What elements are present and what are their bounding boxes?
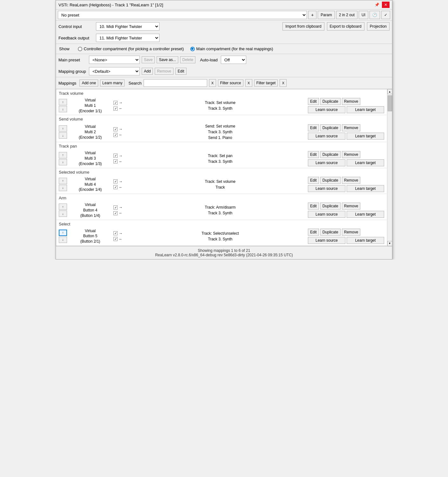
source-info-5-0: VirtualButton 5(Button 2/1) — [70, 228, 111, 244]
move-down-button-5-0[interactable]: ↓ — [59, 237, 67, 243]
duplicate-button-0-0[interactable]: Duplicate — [320, 98, 341, 105]
checkbox-1-2-0[interactable] — [113, 154, 118, 158]
remove-button-3-0[interactable]: Remove — [342, 177, 361, 184]
checkbox-2-0-0[interactable] — [113, 107, 118, 111]
filter-target-clear-button[interactable]: X — [280, 79, 287, 87]
edit-button-5-0[interactable]: Edit — [308, 229, 319, 236]
remove-button-1-0[interactable]: Remove — [342, 124, 361, 131]
move-down-button-2-0[interactable]: ↓ — [59, 159, 67, 165]
checkbox-2-2-0[interactable] — [113, 159, 118, 163]
main-preset-dropdown[interactable]: <None> — [89, 56, 140, 64]
learn-source-button-2-0[interactable]: Learn source — [308, 159, 345, 166]
pin-icon[interactable]: 📌 — [373, 2, 381, 8]
remove-button-5-0[interactable]: Remove — [342, 229, 361, 236]
filter-source-clear-button[interactable]: X — [245, 79, 252, 87]
action-bottom-row-1-0: Learn sourceLearn target — [308, 133, 384, 140]
remove-button-4-0[interactable]: Remove — [342, 203, 361, 210]
filter-source-button[interactable]: Filter source — [218, 80, 243, 86]
move-up-button-3-0[interactable]: ↑ — [59, 178, 67, 184]
mappings-label: Mappings — [58, 81, 76, 86]
learn-target-button-2-0[interactable]: Learn target — [347, 159, 384, 166]
edit-button-1-0[interactable]: Edit — [308, 124, 319, 131]
move-up-button-5-0[interactable]: ↑ — [59, 230, 67, 236]
learn-many-button[interactable]: Learn many — [100, 80, 125, 86]
learn-target-button-5-0[interactable]: Learn target — [347, 237, 384, 244]
group-add-button[interactable]: Add — [142, 68, 153, 75]
edit-button-0-0[interactable]: Edit — [308, 98, 319, 105]
learn-target-button-4-0[interactable]: Learn target — [347, 211, 384, 218]
move-down-button-0-0[interactable]: ↓ — [59, 106, 67, 112]
checkbox-2-3-0[interactable] — [113, 185, 118, 189]
check-row-2-4-0: ← — [113, 211, 132, 215]
check-row-1-5-0: → — [113, 231, 132, 236]
scroll-up-button[interactable]: ▲ — [387, 89, 392, 94]
mapping-row-1-0: ↑↓VirtualMulti 2(Encoder 1/2)→←Send: Set… — [56, 122, 387, 142]
checkbox-1-5-0[interactable] — [113, 231, 118, 235]
group-edit-button[interactable]: Edit — [175, 68, 187, 75]
mapping-group-dropdown[interactable]: <Default> — [89, 67, 140, 75]
autoload-dropdown[interactable]: Off — [221, 56, 246, 64]
delete-button[interactable]: Delete — [180, 56, 196, 63]
move-up-button-0-0[interactable]: ↑ — [59, 99, 67, 105]
mapping-row-3-0: ↑↓VirtualMulti 4(Encoder 1/4)→←Track: Se… — [56, 175, 387, 194]
remove-button-2-0[interactable]: Remove — [342, 151, 361, 158]
move-down-button-3-0[interactable]: ↓ — [59, 185, 67, 191]
feedback-output-dropdown[interactable]: 11. Midi Fighter Twister — [96, 34, 160, 42]
learn-target-button-0-0[interactable]: Learn target — [347, 106, 384, 113]
export-clipboard-button[interactable]: Export to clipboard — [327, 22, 364, 31]
group-remove-button[interactable]: Remove — [155, 68, 173, 75]
checkbox-2-1-0[interactable] — [113, 133, 118, 137]
title-bar: VSTi: ReaLearn (Helgoboss) - Track 1 "Re… — [56, 0, 392, 10]
control-input-dropdown[interactable]: 10. Midi Fighter Twister — [96, 22, 160, 31]
checkbox-2-5-0[interactable] — [113, 237, 118, 241]
move-down-button-1-0[interactable]: ↓ — [59, 132, 67, 139]
edit-button-4-0[interactable]: Edit — [308, 203, 319, 210]
search-input[interactable] — [144, 79, 207, 87]
preset-dropdown[interactable]: No preset — [58, 11, 307, 19]
scrollbar[interactable]: ▲ ▼ — [387, 89, 392, 246]
check-button[interactable]: ✓ — [381, 11, 390, 19]
duplicate-button-1-0[interactable]: Duplicate — [320, 124, 341, 131]
duplicate-button-5-0[interactable]: Duplicate — [320, 229, 341, 236]
projection-button[interactable]: Projection — [367, 22, 390, 31]
checkbox-2-4-0[interactable] — [113, 211, 118, 215]
mode-button[interactable]: 2 in 2 out — [336, 11, 357, 19]
edit-button-2-0[interactable]: Edit — [308, 151, 319, 158]
move-down-button-4-0[interactable]: ↓ — [59, 211, 67, 217]
radio-circle-2 — [190, 47, 195, 51]
filter-target-button[interactable]: Filter target — [254, 80, 278, 86]
learn-source-button-4-0[interactable]: Learn source — [308, 211, 345, 218]
duplicate-button-3-0[interactable]: Duplicate — [320, 177, 341, 184]
save-as-button[interactable]: Save as... — [157, 56, 178, 63]
remove-button-0-0[interactable]: Remove — [342, 98, 361, 105]
duplicate-button-2-0[interactable]: Duplicate — [320, 151, 341, 158]
param-button[interactable]: Param — [318, 11, 335, 19]
learn-source-button-3-0[interactable]: Learn source — [308, 185, 345, 192]
learn-source-button-0-0[interactable]: Learn source — [308, 106, 345, 113]
add-one-button[interactable]: Add one — [79, 80, 98, 86]
move-up-button-4-0[interactable]: ↑ — [59, 204, 67, 210]
scroll-down-button[interactable]: ▼ — [387, 241, 392, 246]
learn-target-button-3-0[interactable]: Learn target — [347, 185, 384, 192]
duplicate-button-4-0[interactable]: Duplicate — [320, 203, 341, 210]
checkbox-1-0-0[interactable] — [113, 101, 118, 105]
search-clear-button[interactable]: X — [209, 79, 216, 87]
edit-button-3-0[interactable]: Edit — [308, 177, 319, 184]
close-button[interactable]: ✕ — [382, 2, 390, 8]
move-up-button-2-0[interactable]: ↑ — [59, 152, 67, 158]
scroll-thumb[interactable] — [388, 95, 392, 111]
learn-source-button-1-0[interactable]: Learn source — [308, 133, 345, 140]
learn-source-button-5-0[interactable]: Learn source — [308, 237, 345, 244]
add-preset-button[interactable]: + — [308, 11, 316, 19]
import-clipboard-button[interactable]: Import from clipboard — [282, 22, 324, 31]
ui-button[interactable]: UI — [359, 11, 368, 19]
checkbox-1-1-0[interactable] — [113, 127, 118, 131]
show-option1[interactable]: Controller compartment (for picking a co… — [78, 46, 184, 51]
save-button[interactable]: Save — [142, 56, 155, 63]
show-option2[interactable]: Main compartment (for the real mappings) — [190, 46, 273, 51]
checkbox-1-4-0[interactable] — [113, 205, 118, 210]
clock-button[interactable]: 🕐 — [370, 11, 380, 19]
checkbox-1-3-0[interactable] — [113, 179, 118, 183]
move-up-button-1-0[interactable]: ↑ — [59, 125, 67, 132]
learn-target-button-1-0[interactable]: Learn target — [347, 133, 384, 140]
